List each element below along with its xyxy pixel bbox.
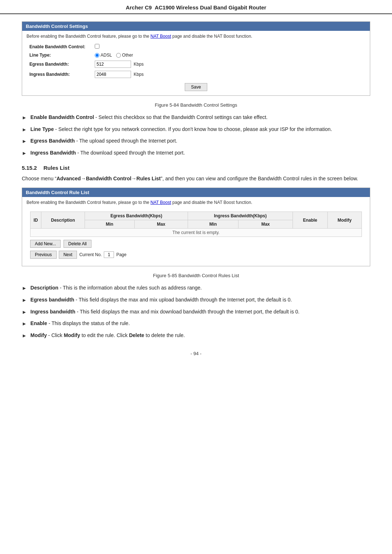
bullet-item-enable-status: ► Enable - This displays the status of t…	[22, 320, 370, 328]
pagination-row: Previous Next Current No. Page	[30, 251, 362, 259]
rule-btn-row: Add New... Delete All	[30, 240, 362, 248]
bullet9-delete-bold: Delete	[129, 332, 144, 338]
bullet-arrow-5: ►	[22, 284, 27, 292]
add-new-button[interactable]: Add New...	[30, 240, 61, 248]
th-modify: Modify	[327, 212, 362, 229]
choose-menu-path: Advanced→Bandwidth Control→Rules List	[57, 176, 161, 181]
rule-empty-row: The current list is empty.	[30, 229, 362, 237]
adsl-radio-label: ADSL	[95, 53, 112, 58]
section-title: Rules List	[44, 165, 70, 171]
th-egress-max: Max	[134, 220, 188, 229]
other-radio-label: Other	[116, 53, 133, 58]
rule-notice-text2: page and disable the NAT Boost function.	[171, 200, 253, 205]
choose-menu-text: Choose menu “Advanced→Bandwidth Control→…	[22, 175, 370, 182]
notice-text1: Before enabling the Bandwidth Control fe…	[26, 34, 151, 39]
line-type-label: Line Type:	[26, 51, 92, 59]
bullet-arrow-3: ►	[22, 138, 27, 145]
bullet-arrow-7: ►	[22, 308, 27, 316]
th-ingress-min: Min	[188, 220, 238, 229]
rule-table-body: The current list is empty.	[30, 229, 362, 237]
enable-row: Enable Bandwidth Control:	[26, 42, 366, 51]
line-type-radio-group: ADSL Other	[95, 53, 363, 58]
figure1-caption: Figure 5-84 Bandwidth Control Settings	[22, 102, 370, 108]
next-button[interactable]: Next	[59, 251, 77, 259]
bullet-arrow-8: ►	[22, 320, 27, 328]
th-egress-bw: Egress Bandwidth(Kbps)	[85, 212, 188, 220]
figure2-caption: Figure 5-85 Bandwidth Control Rules List	[22, 273, 370, 278]
bullet-item-linetype: ► Line Type - Select the right type for …	[22, 126, 370, 134]
bullet5-text: This is the information about the rules …	[63, 285, 202, 291]
section-heading: 5.15.2 Rules List	[22, 165, 370, 171]
egress-unit: Kbps	[134, 62, 143, 67]
bullet2-text: Select the right type for you network co…	[58, 126, 332, 132]
bullet7-label: Ingress bandwidth	[30, 309, 75, 315]
bullet-list-1: ► Enable Bandwidth Control - Select this…	[22, 114, 370, 157]
bullet-item-enable: ► Enable Bandwidth Control - Select this…	[22, 114, 370, 122]
adsl-radio[interactable]	[95, 53, 99, 58]
egress-input[interactable]	[95, 61, 131, 68]
ingress-input[interactable]	[95, 71, 131, 78]
bullet3-text: The upload speed through the Internet po…	[79, 138, 177, 144]
bullet2-label: Line Type	[30, 126, 54, 132]
delete-all-button[interactable]: Delete All	[64, 240, 91, 248]
previous-button[interactable]: Previous	[30, 251, 57, 259]
line-type-row: Line Type: ADSL Other	[26, 51, 366, 59]
nat-boost-link[interactable]: NAT Boost	[151, 34, 171, 39]
bullet-item-description: ► Description - This is the information …	[22, 284, 370, 292]
enable-label: Enable Bandwidth Control:	[26, 42, 92, 51]
bullet8-label: Enable	[30, 320, 47, 326]
other-radio[interactable]	[116, 53, 121, 58]
th-enable: Enable	[293, 212, 328, 229]
enable-bandwidth-checkbox[interactable]	[95, 44, 99, 49]
page-number: - 94 -	[22, 351, 370, 356]
adsl-label: ADSL	[101, 53, 112, 58]
bullet1-text: Select this checkbox so that the Bandwid…	[98, 114, 268, 120]
bandwidth-control-rule-list-box: Bandwidth Control Rule List Before enabl…	[22, 188, 370, 266]
bullet-arrow-6: ►	[22, 296, 27, 304]
bullet4-text: The download speed through the Internet …	[80, 150, 185, 156]
bullet-item-egress: ► Egress Bandwidth - The upload speed th…	[22, 137, 370, 145]
bullet3-sep: -	[75, 138, 79, 144]
bullet-item-modify: ► Modify - Click Modify to edit the rule…	[22, 332, 370, 340]
rule-nat-boost-link[interactable]: NAT Boost	[151, 200, 171, 205]
rule-table-wrapper: ID Description Egress Bandwidth(Kbps) In…	[26, 209, 366, 262]
th-ingress-max: Max	[238, 220, 293, 229]
bullet5-label: Description	[30, 285, 58, 291]
bullet6-label: Egress bandwidth	[30, 297, 74, 303]
save-row: Save	[26, 83, 366, 91]
bullet1-label: Enable Bandwidth Control	[30, 114, 94, 120]
bandwidth-control-settings-header: Bandwidth Control Settings	[22, 22, 370, 31]
rule-list-body: Before enabling the Bandwidth Control fe…	[22, 197, 370, 266]
section-number: 5.15.2	[22, 165, 37, 171]
bullet1-sep: -	[94, 114, 98, 120]
bullet4-sep: -	[76, 150, 80, 156]
egress-label: Egress Bandwidth:	[26, 59, 92, 69]
bullet9-modify-bold: Modify	[64, 332, 80, 338]
rule-table-header-row1: ID Description Egress Bandwidth(Kbps) In…	[30, 212, 362, 220]
bullet-item-ingress-bw: ► Ingress bandwidth - This field display…	[22, 308, 370, 316]
bullet-arrow-2: ►	[22, 126, 27, 134]
bullet9-label: Modify	[30, 332, 47, 338]
bandwidth-control-notice: Before enabling the Bandwidth Control fe…	[26, 34, 366, 39]
rule-list-header: Bandwidth Control Rule List	[22, 188, 370, 197]
current-no-input[interactable]	[104, 251, 114, 258]
bullet-arrow-1: ►	[22, 114, 27, 122]
th-egress-min: Min	[85, 220, 135, 229]
save-button[interactable]: Save	[185, 83, 207, 91]
bullet-list-2: ► Description - This is the information …	[22, 284, 370, 340]
bullet-item-ingress: ► Ingress Bandwidth - The download speed…	[22, 149, 370, 157]
bullet6-text: This field displays the max and mix uplo…	[79, 297, 292, 303]
rule-empty-text: The current list is empty.	[30, 229, 362, 237]
notice-text2: page and disable the NAT Boost function.	[171, 34, 253, 39]
rule-table: ID Description Egress Bandwidth(Kbps) In…	[30, 212, 362, 237]
settings-form-table: Enable Bandwidth Control: Line Type: ADS…	[26, 42, 366, 79]
ingress-label: Ingress Bandwidth:	[26, 69, 92, 79]
main-content: Bandwidth Control Settings Before enabli…	[0, 14, 392, 371]
page-label: Page	[116, 252, 126, 257]
bullet7-text: This field displays the max and mix down…	[80, 309, 299, 315]
th-ingress-bw: Ingress Bandwidth(Kbps)	[188, 212, 293, 220]
bullet2-sep: -	[54, 126, 58, 132]
page-header: Archer C9 AC1900 Wireless Dual Band Giga…	[0, 0, 392, 14]
bullet8-text: This displays the status of the rule.	[52, 320, 130, 326]
bullet-item-egress-bw: ► Egress bandwidth - This field displays…	[22, 296, 370, 304]
